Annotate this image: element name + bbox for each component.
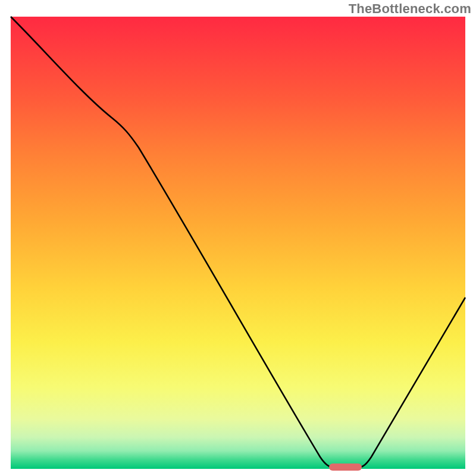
plot-area xyxy=(11,17,465,469)
chart-container: TheBottleneck.com xyxy=(0,0,476,476)
curve-layer xyxy=(11,17,465,469)
bottleneck-curve xyxy=(11,17,465,468)
optimal-range-marker xyxy=(329,464,362,471)
watermark-text: TheBottleneck.com xyxy=(349,1,471,17)
